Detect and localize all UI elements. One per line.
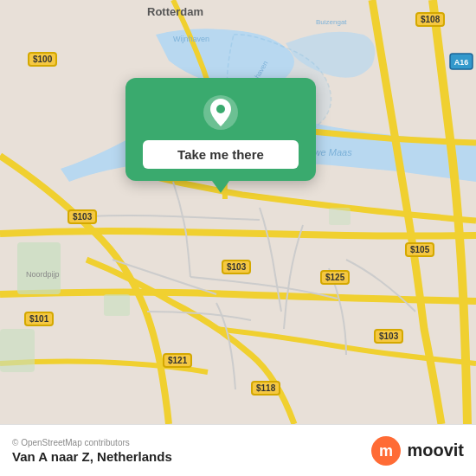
road-badge-s103a: $103	[68, 209, 97, 224]
moovit-icon: m	[370, 435, 402, 466]
svg-text:Wijnhaven: Wijnhaven	[173, 35, 209, 43]
svg-text:Buizengat: Buizengat	[316, 18, 347, 26]
svg-text:A16: A16	[454, 58, 469, 67]
svg-rect-3	[104, 294, 130, 316]
road-badge-s125: $125	[320, 270, 350, 285]
road-badge-s103c: $103	[374, 329, 403, 344]
svg-text:Rotterdam: Rotterdam	[147, 5, 203, 18]
popup-card: Take me there	[125, 78, 316, 181]
footer: © OpenStreetMap contributors Van A naar …	[0, 424, 476, 476]
svg-rect-4	[329, 208, 351, 225]
svg-text:m: m	[379, 442, 393, 460]
moovit-brand-text: moovit	[407, 441, 464, 460]
svg-point-14	[216, 105, 225, 113]
road-badge-s105: $105	[405, 242, 434, 257]
map-container: Noordpijp Koningshaven Wijnhaven Buizeng…	[0, 0, 476, 424]
road-badge-s101: $101	[24, 312, 54, 326]
road-badge-s118: $118	[251, 381, 280, 396]
road-badge-s103b: $103	[222, 260, 251, 274]
road-badge-s121: $121	[163, 353, 192, 368]
moovit-logo: m moovit	[370, 435, 464, 466]
location-pin-icon	[202, 93, 240, 132]
road-badge-s108: $108	[415, 12, 445, 27]
footer-info: © OpenStreetMap contributors Van A naar …	[12, 438, 172, 464]
svg-text:Noordpijp: Noordpijp	[26, 270, 60, 279]
svg-rect-2	[0, 329, 35, 372]
take-me-there-button[interactable]: Take me there	[143, 140, 299, 169]
svg-rect-1	[17, 242, 61, 294]
osm-attribution: © OpenStreetMap contributors	[12, 438, 172, 447]
location-name: Van A naar Z, Netherlands	[12, 449, 172, 464]
road-badge-s100: $100	[28, 52, 57, 67]
